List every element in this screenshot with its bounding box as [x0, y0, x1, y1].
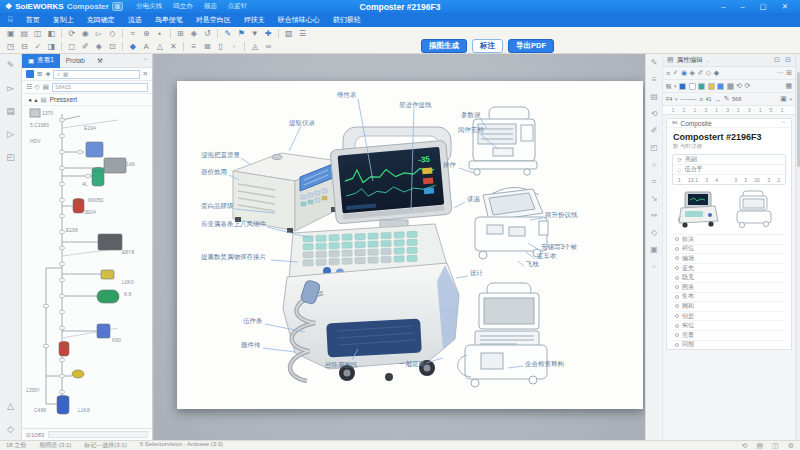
- delete-icon[interactable]: ✕: [167, 40, 181, 53]
- grid-small-icon[interactable]: ⊞: [37, 70, 42, 78]
- tree-part[interactable]: [97, 290, 119, 303]
- settings-gear-icon[interactable]: ⚙: [788, 442, 794, 450]
- diamond-tool-icon[interactable]: ◇: [106, 27, 120, 40]
- refresh-view-icon[interactable]: ⟳: [65, 27, 79, 40]
- undo-icon[interactable]: ↺: [201, 27, 215, 40]
- rotate-icon[interactable]: ⟲: [651, 109, 658, 118]
- gem-small-icon[interactable]: ◈: [45, 70, 50, 78]
- diamond2-icon[interactable]: ◇: [651, 228, 657, 237]
- property-row-2[interactable]: 编场: [672, 254, 786, 264]
- property-row-9[interactable]: 实位: [672, 321, 786, 331]
- tree-part[interactable]: [72, 370, 84, 378]
- triangle-tool-icon[interactable]: △: [153, 40, 167, 53]
- pen-small-icon[interactable]: ✎: [724, 95, 730, 103]
- ghost-icon[interactable]: ▫: [653, 262, 656, 271]
- callout-label[interactable]: 一般花岗: [399, 360, 425, 367]
- list-icon[interactable]: ≡: [652, 75, 657, 84]
- callout-label[interactable]: 闵作宏检: [458, 126, 484, 133]
- line-device-bottom[interactable]: [458, 283, 547, 387]
- property-row-0[interactable]: 你决: [672, 235, 786, 245]
- panel-right-icon[interactable]: ◨: [45, 40, 59, 53]
- menu-item-3[interactable]: 流选: [128, 15, 142, 25]
- callout-label[interactable]: 企合检查释构: [525, 360, 564, 367]
- property-row-11[interactable]: 回报: [672, 341, 786, 350]
- callout-label[interactable]: 蛋白品牌级: [201, 202, 234, 209]
- callout-label[interactable]: 伍作条: [243, 317, 263, 324]
- property-row-1[interactable]: 邦位: [672, 245, 786, 255]
- tree-part[interactable]: [98, 234, 122, 250]
- list-small-icon[interactable]: ☷: [26, 83, 32, 91]
- callout-label[interactable]: 参数误: [461, 111, 481, 118]
- gem-a-icon[interactable]: ◇: [706, 69, 711, 77]
- viewport[interactable]: -35: [154, 54, 645, 440]
- menu-item-6[interactable]: 焊技支: [244, 15, 265, 25]
- title-menu-item-1[interactable]: 吗立办: [173, 2, 193, 11]
- menu-item-4[interactable]: 鸟卑便笔: [155, 15, 183, 25]
- screen-fit-icon[interactable]: ◫: [772, 442, 779, 450]
- close-icon[interactable]: ✕: [782, 2, 788, 11]
- right-scrollbar[interactable]: [795, 54, 800, 440]
- tree-part[interactable]: [86, 142, 103, 157]
- menu-item-1[interactable]: 复制上: [53, 15, 74, 25]
- property-row-6[interactable]: 鱼布: [672, 293, 786, 303]
- font-size-value[interactable]: 41: [706, 96, 712, 102]
- font-caret-icon[interactable]: ▾: [675, 96, 678, 102]
- menu-item-2[interactable]: 克回确定: [87, 15, 115, 25]
- menu-item-8[interactable]: 获们极轻: [333, 15, 361, 25]
- gem-icon[interactable]: ◈: [187, 27, 201, 40]
- callout-label[interactable]: 应变属备条上八凤铜件: [201, 220, 266, 227]
- fill-icon[interactable]: ▦: [785, 82, 792, 90]
- line-style-value[interactable]: ———: [680, 96, 697, 102]
- callout-label[interactable]: 题件传: [241, 341, 261, 348]
- restore-down-icon[interactable]: –: [740, 2, 744, 11]
- generate-illustration-button[interactable]: 插图生成: [421, 39, 467, 53]
- info-row-0[interactable]: ⟳亮副: [673, 155, 785, 165]
- doc-breadcrumb[interactable]: ✄ Composite ⌃: [667, 119, 791, 128]
- tab-protab[interactable]: Protab: [60, 57, 91, 64]
- minimize-panel-icon[interactable]: ⊟: [785, 56, 791, 64]
- tree-filter-input[interactable]: ✓▦: [53, 70, 139, 79]
- frame2-icon[interactable]: ◰: [650, 143, 658, 152]
- color-swatch-3[interactable]: [708, 83, 715, 90]
- grid-icon[interactable]: ⊞: [174, 27, 188, 40]
- small-dot-icon[interactable]: ◦: [228, 40, 242, 53]
- thumbnail-lineart[interactable]: [731, 190, 777, 230]
- dropdown-icon[interactable]: ▼: [248, 27, 262, 40]
- callout-label[interactable]: 维性表: [337, 91, 357, 98]
- font-num-value[interactable]: 568: [732, 96, 741, 102]
- brush-icon[interactable]: ✐: [697, 69, 703, 77]
- callout-label[interactable]: 浸泡把直货显: [201, 151, 240, 158]
- color-swatch-1[interactable]: [689, 83, 696, 90]
- text-tool-icon[interactable]: A: [140, 40, 154, 53]
- callout-label[interactable]: 监车衣: [537, 252, 557, 259]
- layers-icon[interactable]: ▤: [650, 92, 658, 101]
- lines-icon[interactable]: ≡: [187, 40, 201, 53]
- arrow-right-icon[interactable]: →: [714, 96, 721, 103]
- circle-tool-icon[interactable]: ○: [652, 160, 657, 169]
- panel-grid-icon[interactable]: ⊞: [786, 69, 792, 77]
- callout-label[interactable]: 提取仪录: [289, 119, 315, 126]
- menu-item-0[interactable]: 首页: [26, 15, 40, 25]
- style-caret-icon[interactable]: ▾: [674, 83, 677, 89]
- dot-tool-icon[interactable]: ▪: [153, 27, 167, 40]
- play-icon[interactable]: ▷: [7, 129, 14, 139]
- picker-icon[interactable]: ▣: [780, 95, 787, 103]
- clear-filter-icon[interactable]: ✕: [143, 70, 148, 78]
- sync-icon[interactable]: ⟲: [742, 442, 748, 450]
- callout-label[interactable]: 谋温: [467, 195, 480, 202]
- property-row-7[interactable]: 网和: [672, 302, 786, 312]
- collapse-panel-icon[interactable]: ⌃: [143, 57, 148, 64]
- pointer-icon[interactable]: ▻: [7, 83, 14, 93]
- maximize-icon[interactable]: ▢: [760, 2, 767, 11]
- property-row-4[interactable]: 隐见: [672, 273, 786, 283]
- callout-label[interactable]: 丝陈麻围纸: [325, 361, 358, 368]
- viewport-icon[interactable]: ◫: [31, 27, 45, 40]
- callout-label[interactable]: 无锡写3个被: [541, 243, 577, 250]
- collapse-icon[interactable]: ⊟: [18, 40, 32, 53]
- tree-part[interactable]: [97, 324, 110, 338]
- screen-icon[interactable]: ▣: [4, 27, 18, 40]
- filter-blue-icon[interactable]: [26, 70, 34, 78]
- frame-icon[interactable]: ◰: [6, 152, 15, 162]
- wave-icon[interactable]: ≈: [652, 177, 656, 186]
- title-menu-item-3[interactable]: 点监针: [228, 2, 248, 11]
